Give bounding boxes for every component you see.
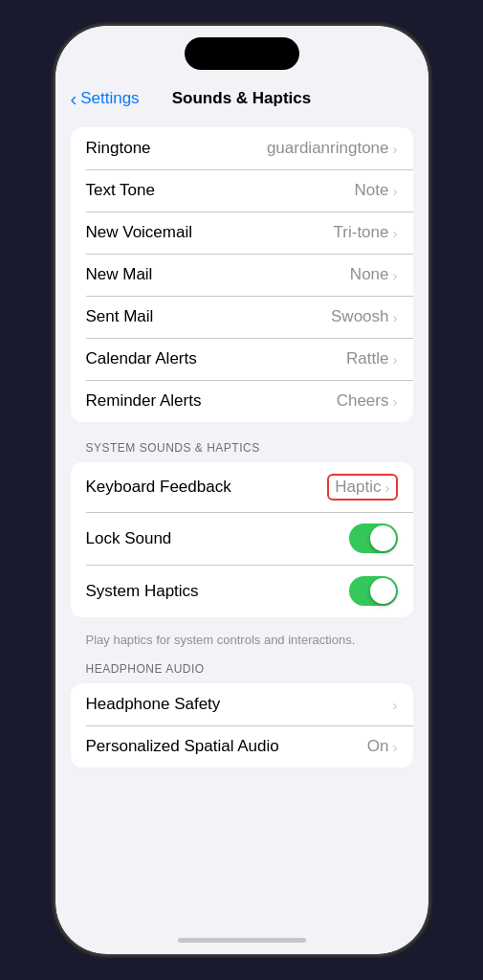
new-mail-value: None [350, 265, 389, 284]
row-value: Note › [355, 181, 398, 200]
system-sounds-footer: Play haptics for system controls and int… [71, 625, 413, 647]
row-label: Text Tone [86, 181, 155, 200]
headphone-safety-value: › [393, 697, 398, 713]
system-sounds-header: System Sounds & Haptics [71, 441, 413, 462]
row-value: guardianringtone › [267, 139, 398, 158]
keyboard-feedback-value: Haptic › [327, 474, 397, 501]
row-label: New Voicemail [86, 223, 193, 242]
nav-header: ‹ Settings Sounds & Haptics [55, 81, 428, 120]
system-haptics-label: System Haptics [86, 582, 199, 601]
text-tone-value: Note [355, 181, 389, 200]
haptic-text: Haptic [335, 478, 381, 497]
row-value: Tri-tone › [334, 223, 398, 242]
personalized-spatial-audio-label: Personalized Spatial Audio [86, 737, 279, 756]
row-value: Rattle › [346, 349, 397, 368]
chevron-icon: › [393, 183, 398, 199]
list-item[interactable]: Reminder Alerts Cheers › [71, 380, 413, 422]
dynamic-island [185, 37, 299, 70]
chevron-icon: › [385, 479, 390, 496]
toggle-knob [370, 578, 396, 604]
list-item[interactable]: Ringtone guardianringtone › [71, 127, 413, 169]
headphone-safety-label: Headphone Safety [86, 695, 221, 714]
list-item[interactable]: New Mail None › [71, 254, 413, 296]
page-title: Sounds & Haptics [172, 89, 311, 108]
home-indicator [178, 938, 306, 943]
keyboard-feedback-row[interactable]: Keyboard Feedback Haptic › [71, 462, 413, 512]
row-value: None › [350, 265, 398, 284]
toggle-knob [370, 525, 396, 551]
chevron-icon: › [393, 393, 398, 410]
system-haptics-toggle[interactable] [349, 576, 398, 606]
row-value: Swoosh › [331, 307, 397, 326]
headphone-audio-header: Headphone Audio [71, 662, 413, 683]
voicemail-value: Tri-tone [334, 223, 389, 242]
keyboard-feedback-label: Keyboard Feedback [86, 478, 231, 497]
row-label: Reminder Alerts [86, 391, 202, 411]
screen: ‹ Settings Sounds & Haptics Ringtone gua… [55, 26, 428, 954]
chevron-icon: › [393, 697, 398, 713]
list-item[interactable]: New Voicemail Tri-tone › [71, 212, 413, 254]
list-item[interactable]: Text Tone Note › [71, 169, 413, 212]
headphone-audio-group: Headphone Safety › Personalized Spatial … [71, 683, 413, 768]
list-item[interactable]: Sent Mail Swoosh › [71, 296, 413, 338]
back-chevron-icon: ‹ [71, 89, 77, 108]
chevron-icon: › [393, 225, 398, 241]
row-label: New Mail [86, 265, 153, 284]
list-item[interactable]: Calendar Alerts Rattle › [71, 338, 413, 380]
calendar-alerts-value: Rattle [346, 349, 388, 368]
chevron-icon: › [393, 141, 398, 157]
personalized-spatial-audio-row[interactable]: Personalized Spatial Audio On › [71, 725, 413, 768]
tones-group: Ringtone guardianringtone › Text Tone No… [71, 127, 413, 422]
chevron-icon: › [393, 351, 398, 368]
phone-frame: ‹ Settings Sounds & Haptics Ringtone gua… [55, 26, 428, 954]
lock-sound-label: Lock Sound [86, 529, 172, 548]
haptic-highlighted: Haptic › [327, 474, 397, 501]
spatial-audio-on-text: On [367, 737, 389, 756]
lock-sound-toggle[interactable] [349, 523, 398, 553]
row-label: Calendar Alerts [86, 349, 197, 368]
row-label: Ringtone [86, 139, 151, 158]
chevron-icon: › [393, 267, 398, 283]
row-label: Sent Mail [86, 307, 154, 326]
chevron-icon: › [393, 739, 398, 755]
personalized-spatial-audio-value: On › [367, 737, 398, 756]
row-value: Cheers › [337, 391, 398, 411]
ringtone-value: guardianringtone [267, 139, 389, 158]
scroll-content[interactable]: Ringtone guardianringtone › Text Tone No… [55, 120, 428, 930]
lock-sound-row[interactable]: Lock Sound [71, 512, 413, 565]
system-sounds-group: Keyboard Feedback Haptic › Lock Sound [71, 462, 413, 617]
reminder-alerts-value: Cheers [337, 391, 389, 411]
nav-back-label[interactable]: Settings [80, 89, 139, 108]
system-haptics-row[interactable]: System Haptics [71, 565, 413, 617]
sent-mail-value: Swoosh [331, 307, 388, 326]
nav-back-button[interactable]: ‹ Settings [71, 89, 140, 108]
headphone-safety-row[interactable]: Headphone Safety › [71, 683, 413, 725]
chevron-icon: › [393, 309, 398, 325]
